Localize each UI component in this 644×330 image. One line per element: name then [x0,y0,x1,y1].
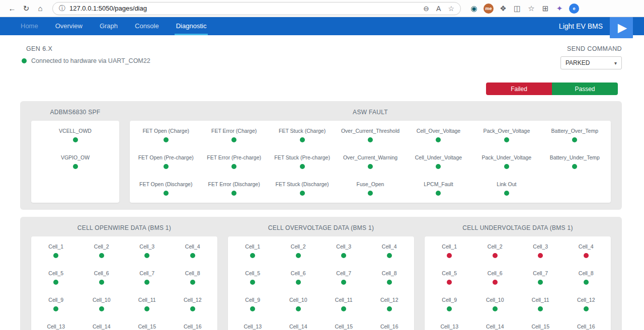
status-dot [190,306,195,311]
section-cell-undervoltage-data-bms-1: CELL UNDERVOLTAGE DATA (BMS 1)Cell_1Cell… [425,221,611,330]
status-dot [538,306,543,311]
status-dot [572,164,577,169]
status-card: FET Open (Charge)FET Error (Charge)FET S… [130,121,611,203]
status-label: Cell_7 [139,270,154,276]
status-item-fet-stuck-charge: FET Stuck (Charge) [268,128,336,142]
status-item-fuse-open: Fuse_Open [336,181,404,196]
status-item-vgpio-ow: VGPIO_OW [33,154,117,169]
status-label: Cell_1 [48,243,63,250]
status-item-cell-16: Cell_16 [564,323,609,330]
status-item-cell-11: Cell_11 [321,297,367,311]
section-cell-overvoltage-data-bms-1: CELL OVERVOLTAGE DATA (BMS 1)Cell_1Cell_… [228,221,414,330]
home-icon[interactable]: ⌂ [33,2,47,15]
status-label: Cell_9 [442,297,457,303]
tab-graph[interactable]: Graph [91,17,126,35]
status-label: Cell_5 [442,270,457,276]
tab-diagnostic[interactable]: Diagnostic [168,17,215,35]
status-label: VGPIO_OW [61,154,90,160]
status-item-pack-under-voltage: Pack_Under_Voltage [472,154,540,169]
status-label: FET Stuck (Pre-charge) [274,154,330,160]
status-dot [296,306,301,311]
status-dot [493,253,498,258]
status-dot [53,306,58,311]
status-item-fet-error-discharge: FET Error (Discharge) [200,181,268,196]
url-text[interactable]: 127.0.0.1:5050/pages/diag [69,5,423,12]
status-label: Cell_5 [48,270,63,276]
status-dot [493,280,498,285]
status-dot [300,137,305,142]
status-label: Cell_3 [533,243,548,250]
status-item-cell-7: Cell_7 [124,270,170,285]
status-item-vcell-owd: VCELL_OWD [33,128,117,142]
legend-passed-button[interactable]: Passed [552,82,618,95]
status-item-fet-open-charge: FET Open (Charge) [132,128,200,142]
favorites-bar-icon[interactable]: ☆ [524,2,538,15]
tab-console[interactable]: Console [126,17,168,35]
status-item-cell-13: Cell_13 [427,323,472,330]
status-item-cell-9: Cell_9 [427,297,472,311]
address-bar[interactable]: ⓘ 127.0.0.1:5050/pages/diag ⊖A☆ [52,2,461,15]
status-label: Cell_3 [139,243,154,250]
status-dot [368,137,373,142]
connection-status-dot [22,58,27,63]
status-dot [341,280,346,285]
status-label: FET Open (Charge) [142,128,189,134]
status-dot [190,253,195,258]
browser-essentials-icon[interactable]: ✦ [552,2,567,15]
status-label: FET Error (Pre-charge) [207,154,261,160]
status-dot [572,137,577,142]
tab-overview[interactable]: Overview [47,17,91,35]
zoom-out-icon[interactable]: ⊖ [423,5,429,13]
status-dot [99,280,104,285]
status-dot [99,306,104,311]
extensions-icon[interactable]: ❖ [496,2,510,15]
status-label: Cell_6 [488,270,503,276]
status-dot [538,253,543,258]
status-label: LPCM_Fault [424,181,453,187]
status-label: Cell_14 [486,323,504,329]
status-label: Battery_Over_Temp [551,128,598,134]
status-item-cell-11: Cell_11 [124,297,170,311]
command-dropdown[interactable]: PARKED ▾ [560,56,622,69]
panels-container: ADBMS6830 SPFVCELL_OWDVGPIO_OWASW FAULTF… [0,95,644,330]
status-card: Cell_1Cell_2Cell_3Cell_4Cell_5Cell_6Cell… [31,236,217,330]
split-screen-icon[interactable]: ◫ [510,2,524,15]
section-cell-openwire-data-bms-1: CELL OPENWIRE DATA (BMS 1)Cell_1Cell_2Ce… [31,221,217,330]
back-icon[interactable]: ← [5,2,19,15]
profile-avatar-icon[interactable]: me [484,4,494,14]
status-dot [73,137,78,142]
refresh-icon[interactable]: ↻ [19,2,33,15]
status-dot [164,137,169,142]
status-dot [341,306,346,311]
status-item-cell-12: Cell_12 [367,297,413,311]
status-label: Cell_12 [380,297,398,303]
collections-icon[interactable]: ⊞ [538,2,552,15]
status-dot [300,164,305,169]
shopping-icon[interactable]: ◉ [467,2,481,15]
status-label: Cell_13 [440,323,458,329]
status-label: Cell_2 [488,243,503,250]
status-item-cell-13: Cell_13 [230,323,276,330]
status-item-cell-under-voltage: Cell_Under_Voltage [405,154,472,169]
status-dot [436,164,441,169]
panel: CELL OPENWIRE DATA (BMS 1)Cell_1Cell_2Ce… [20,217,622,330]
status-label: VCELL_OWD [59,128,92,134]
chrome-nav-icons: ←↻⌂ [5,2,47,15]
status-item-cell-over-voltage: Cell_Over_Voltage [405,128,472,142]
page-header: GEN 6.X Connected to hardware via UART_C… [0,35,644,69]
favorite-star-icon[interactable]: ☆ [448,5,454,13]
status-label: Cell_16 [184,323,202,329]
status-label: Cell_15 [531,323,549,329]
panel: ADBMS6830 SPFVCELL_OWDVGPIO_OWASW FAULTF… [20,101,622,210]
status-item-cell-8: Cell_8 [367,270,413,285]
edge-copilot-icon[interactable]: e [569,4,579,14]
status-label: Cell_12 [184,297,202,303]
site-info-icon[interactable]: ⓘ [59,4,65,13]
status-dot [436,137,441,142]
read-aloud-icon[interactable]: A [436,5,441,13]
tab-home[interactable]: Home [12,17,47,35]
status-dot [368,164,373,169]
status-item-cell-4: Cell_4 [170,243,216,258]
status-dot [296,253,301,258]
legend-failed-button[interactable]: Failed [486,82,552,95]
